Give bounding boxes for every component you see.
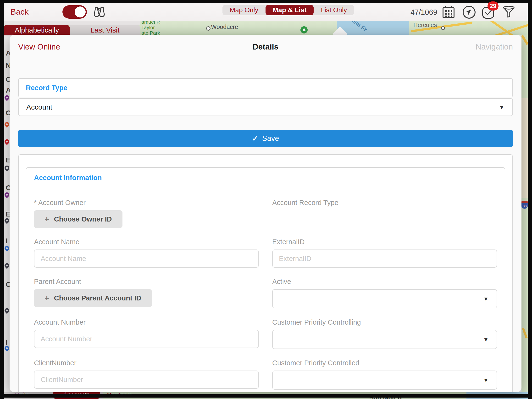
map-road <box>521 35 528 45</box>
externalid-input[interactable] <box>272 249 497 268</box>
field-externalid: ExternalID <box>272 238 497 268</box>
map-pin-icon <box>4 307 10 314</box>
list-section-letter: A <box>6 86 10 94</box>
chevron-down-icon: ▾ <box>484 336 488 343</box>
form-container: Account Information * Account Owner + Ch… <box>18 154 513 392</box>
list-section-letter: E <box>6 210 10 218</box>
park-tree-icon <box>300 26 308 33</box>
list-section-letter: C <box>6 109 10 117</box>
list-section-letter: C <box>6 184 10 192</box>
customer-priority-controlled-select[interactable]: ▾ <box>272 371 497 390</box>
map-pin-icon <box>4 191 10 198</box>
bezel-bar <box>0 394 532 398</box>
interstate-shield: 88 <box>521 201 528 209</box>
record-counter: 47/1069 <box>411 8 437 17</box>
list-section-letter: A <box>6 49 10 57</box>
details-popover: View Online Details Navigation Record Ty… <box>10 35 521 392</box>
toggle-knob <box>75 6 86 18</box>
hercules-marker <box>441 26 445 30</box>
save-label: Save <box>262 134 279 143</box>
list-sliver: ANCACECEICI <box>4 35 10 392</box>
account-number-input[interactable] <box>34 330 259 348</box>
list-section-letter: I <box>6 338 8 347</box>
field-customer-priority-controlling: Customer Priority Controlling ▾ <box>272 318 497 349</box>
field-label: ClientNumber <box>34 359 259 367</box>
field-active: Active ▾ <box>272 278 497 308</box>
segment-list-only[interactable]: List Only <box>314 5 354 15</box>
field-account-name: Account Name <box>34 238 259 268</box>
map-right-sliver: 88 <box>521 35 528 392</box>
map-pin-icon <box>4 138 10 145</box>
chevron-down-icon: ▾ <box>500 103 503 111</box>
sort-tab-bar: Alphabetically Last Visit <box>4 25 140 35</box>
check-icon: ✓ <box>252 134 258 143</box>
chevron-down-icon: ▾ <box>484 295 488 303</box>
account-name-input[interactable] <box>34 249 259 268</box>
field-label: Account Record Type <box>272 199 497 207</box>
chooser-label: Choose Parent Account ID <box>54 294 141 302</box>
map-pin-icon <box>4 121 10 128</box>
record-type-dropdown[interactable]: Account ▾ <box>18 98 513 116</box>
active-select[interactable]: ▾ <box>272 289 497 308</box>
map-terrain <box>521 98 528 198</box>
location-arrow-icon[interactable] <box>462 5 476 19</box>
field-clientnumber: ClientNumber <box>34 359 259 390</box>
account-information-card: Account Information * Account Owner + Ch… <box>26 167 505 392</box>
record-type-header: Record Type <box>26 84 67 92</box>
park-label: amuel P.Taylorate Park <box>141 21 160 35</box>
tab-last-visit[interactable]: Last Visit <box>70 25 140 35</box>
field-account-number: Account Number <box>34 318 259 349</box>
customer-priority-controlling-select[interactable]: ▾ <box>272 330 497 349</box>
map-pin-icon <box>4 262 10 269</box>
section-header: Account Information <box>26 168 505 188</box>
field-label: Account Name <box>34 238 259 246</box>
popover-header: View Online Details Navigation <box>10 35 521 56</box>
field-label: Account Number <box>34 318 259 327</box>
binoculars-icon[interactable] <box>92 6 107 18</box>
hercules-label: Hercules <box>413 22 437 28</box>
navigation-button[interactable]: Navigation <box>412 42 513 51</box>
map-pin-icon <box>4 165 10 171</box>
field-parent-account: Parent Account + Choose Parent Account I… <box>34 278 259 308</box>
choose-owner-id-button[interactable]: + Choose Owner ID <box>34 210 122 228</box>
list-section-letter: C <box>6 280 10 288</box>
woodacre-label: Woodacre <box>211 23 238 30</box>
list-section-letter: C <box>6 75 10 83</box>
record-type-card: Record Type <box>18 78 513 97</box>
calendar-icon[interactable] <box>442 5 456 19</box>
checkins-badge: 29 <box>488 1 499 11</box>
form-fields: * Account Owner + Choose Owner ID Accoun… <box>26 188 505 392</box>
section-title: Account Information <box>34 174 102 182</box>
back-button[interactable]: Back <box>11 7 29 17</box>
field-label: Customer Priority Controlled <box>272 359 497 367</box>
bay-water <box>337 21 409 35</box>
clientnumber-input[interactable] <box>34 371 259 389</box>
view-mode-segmented-control: Map Only Map & List List Only <box>222 5 354 15</box>
list-section-letter: I <box>6 237 8 245</box>
map-road <box>475 21 515 35</box>
record-type-value: Account <box>26 103 52 111</box>
save-button[interactable]: ✓ Save <box>18 130 513 147</box>
plus-icon: + <box>44 293 49 303</box>
field-account-record-type: Account Record Type <box>272 199 497 228</box>
top-toolbar: Back Map Only Map & List List Only 47/10… <box>4 3 528 21</box>
segment-map-and-list[interactable]: Map & List <box>266 5 314 15</box>
choose-parent-account-id-button[interactable]: + Choose Parent Account ID <box>34 289 152 307</box>
field-label: Parent Account <box>34 278 259 286</box>
list-section-letter: E <box>6 156 10 164</box>
map-pin-icon <box>4 94 10 101</box>
filter-funnel-icon[interactable] <box>502 5 516 19</box>
map-list-toggle[interactable] <box>63 5 87 19</box>
tab-alphabetically[interactable]: Alphabetically <box>4 25 70 35</box>
chooser-label: Choose Owner ID <box>54 215 112 223</box>
segment-map-only[interactable]: Map Only <box>222 5 266 15</box>
map-pin-icon <box>4 245 10 252</box>
plus-icon: + <box>44 215 49 224</box>
field-label: ExternalID <box>272 238 497 246</box>
panel-gap <box>4 21 140 25</box>
map-pin-icon <box>4 217 10 224</box>
woodacre-marker <box>206 26 210 31</box>
list-section-letter: N <box>6 62 10 70</box>
view-online-button[interactable]: View Online <box>18 42 119 51</box>
map-pin-icon <box>4 345 10 352</box>
